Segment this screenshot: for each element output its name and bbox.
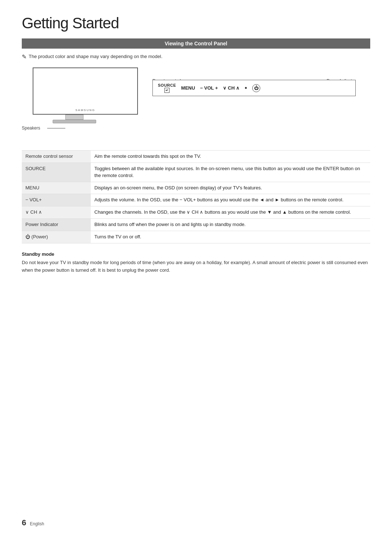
section-header: Viewing the Control Panel xyxy=(22,38,370,49)
table-cell-label: MENU xyxy=(22,182,91,194)
table-row: SOURCEToggles between all the available … xyxy=(22,163,370,182)
table-cell-desc: Aim the remote control towards this spot… xyxy=(91,151,370,163)
table-cell-desc: Changes the channels. In the OSD, use th… xyxy=(91,206,370,219)
table-cell-label: ∨ CH ∧ xyxy=(22,206,91,219)
table-row: ∨ CH ∧Changes the channels. In the OSD, … xyxy=(22,206,370,219)
note-icon: ✎ xyxy=(22,53,26,60)
ch-control: ∨ CH ∧ xyxy=(223,85,240,91)
note-line: ✎ The product color and shape may vary d… xyxy=(22,54,370,60)
speakers-label: Speakers xyxy=(22,126,40,131)
page-number: 6 xyxy=(22,518,26,527)
source-control: SOURCE ↵ xyxy=(158,83,176,93)
samsung-logo: SAMSUNG xyxy=(75,108,95,112)
diagram-area: SAMSUNG Speakers Remote control sensor P… xyxy=(22,67,370,140)
table-cell-desc: Displays an on-screen menu, the OSD (on … xyxy=(91,182,370,194)
table-row: ⏻ (Power)Turns the TV on or off. xyxy=(22,231,370,243)
enter-icon: ↵ xyxy=(164,88,170,93)
vol-control: − VOL + xyxy=(200,85,218,91)
control-strip: SOURCE ↵ MENU − VOL + ∨ CH ∧ • ⏻ xyxy=(152,80,356,96)
note-text: The product color and shape may vary dep… xyxy=(29,54,163,59)
speakers-line xyxy=(47,128,65,128)
menu-control: MENU xyxy=(181,85,195,91)
tv-stand-neck xyxy=(65,115,83,120)
language-label: English xyxy=(30,521,44,526)
tv-diagram: SAMSUNG Speakers xyxy=(22,67,152,123)
table-row: − VOL+Adjusts the volume. In the OSD, us… xyxy=(22,194,370,206)
table-cell-label: SOURCE xyxy=(22,163,91,182)
dot-indicator: • xyxy=(245,84,247,92)
page-title: Getting Started xyxy=(22,15,370,32)
table-cell-label: ⏻ (Power) xyxy=(22,231,91,243)
source-label: SOURCE xyxy=(158,83,176,87)
table-cell-desc: Turns the TV on or off. xyxy=(91,231,370,243)
table-cell-label: Remote control sensor xyxy=(22,151,91,163)
table-row: MENUDisplays an on-screen menu, the OSD … xyxy=(22,182,370,194)
description-table: Remote control sensorAim the remote cont… xyxy=(22,150,370,243)
tv-screen: SAMSUNG xyxy=(33,67,138,115)
table-cell-desc: Toggles between all the available input … xyxy=(91,163,370,182)
standby-section: Standby mode Do not leave your TV in sta… xyxy=(22,251,370,274)
standby-title: Standby mode xyxy=(22,251,370,257)
power-control: ⏻ xyxy=(252,84,260,92)
standby-text: Do not leave your TV in standby mode for… xyxy=(22,259,370,274)
control-strip-wrapper: Remote control sensor Power Indicator SO… xyxy=(152,78,356,96)
table-row: Remote control sensorAim the remote cont… xyxy=(22,151,370,163)
table-row: Power IndicatorBlinks and turns off when… xyxy=(22,219,370,231)
table-cell-label: − VOL+ xyxy=(22,194,91,206)
tv-stand-base xyxy=(53,120,96,123)
table-cell-label: Power Indicator xyxy=(22,219,91,231)
footer: 6 English xyxy=(22,518,44,527)
table-cell-desc: Blinks and turns off when the power is o… xyxy=(91,219,370,231)
table-cell-desc: Adjusts the volume. In the OSD, use the … xyxy=(91,194,370,206)
